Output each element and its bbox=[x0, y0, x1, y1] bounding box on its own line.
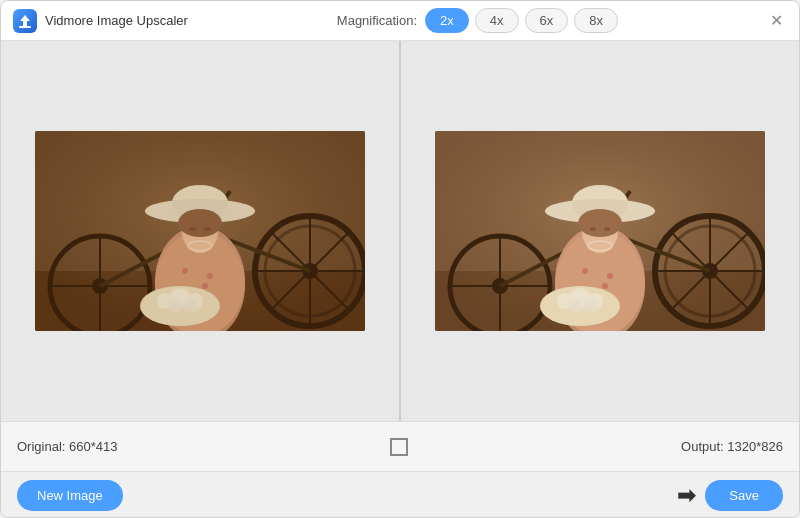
arrow-icon: ➡ bbox=[677, 483, 695, 509]
center-divider-line bbox=[399, 41, 401, 421]
close-button[interactable]: ✕ bbox=[767, 11, 787, 31]
new-image-button[interactable]: New Image bbox=[17, 480, 123, 511]
compare-toggle[interactable] bbox=[390, 438, 408, 456]
magnification-buttons: 2x 4x 6x 8x bbox=[425, 8, 618, 33]
save-button[interactable]: Save bbox=[705, 480, 783, 511]
original-image-panel bbox=[1, 41, 401, 421]
title-bar: Vidmore Image Upscaler Magnification: 2x… bbox=[1, 1, 799, 41]
mag-btn-2x[interactable]: 2x bbox=[425, 8, 469, 33]
original-image bbox=[35, 131, 365, 331]
mag-btn-8x[interactable]: 8x bbox=[574, 8, 618, 33]
output-image bbox=[435, 131, 765, 331]
magnification-group: Magnification: 2x 4x 6x 8x bbox=[337, 8, 618, 33]
save-group: ➡ Save bbox=[677, 480, 783, 511]
title-bar-left: Vidmore Image Upscaler bbox=[13, 9, 188, 33]
app-logo bbox=[13, 9, 37, 33]
output-image-panel bbox=[401, 41, 799, 421]
main-area bbox=[1, 41, 799, 421]
mag-btn-6x[interactable]: 6x bbox=[525, 8, 569, 33]
svg-rect-39 bbox=[35, 131, 365, 331]
mag-btn-4x[interactable]: 4x bbox=[475, 8, 519, 33]
original-size-label: Original: 660*413 bbox=[17, 439, 117, 454]
output-size-label: Output: 1320*826 bbox=[681, 439, 783, 454]
status-bar: Original: 660*413 Output: 1320*826 bbox=[1, 421, 799, 471]
svg-rect-78 bbox=[435, 131, 765, 331]
app-title: Vidmore Image Upscaler bbox=[45, 13, 188, 28]
bottom-bar: New Image ➡ Save bbox=[1, 471, 799, 518]
magnification-label: Magnification: bbox=[337, 13, 417, 28]
svg-rect-0 bbox=[19, 26, 31, 28]
